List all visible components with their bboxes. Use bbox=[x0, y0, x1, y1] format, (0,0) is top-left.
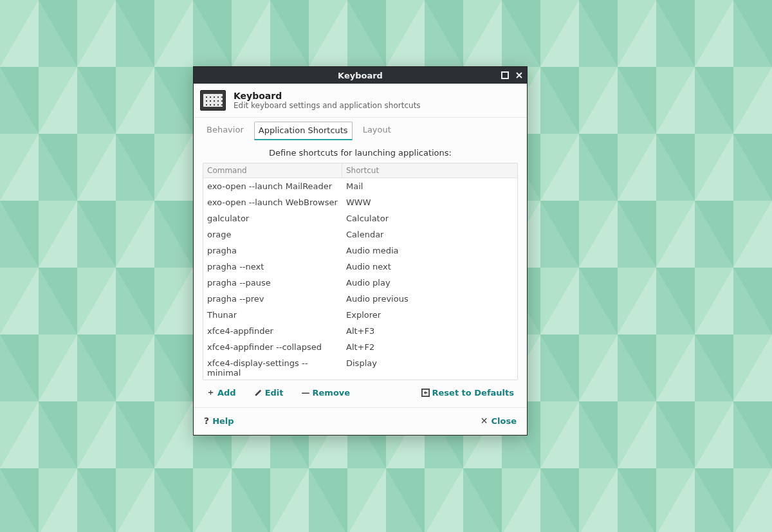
cell-command: pragha bbox=[203, 243, 342, 258]
add-button[interactable]: ＋ Add bbox=[207, 387, 236, 398]
table-row[interactable]: praghaAudio media bbox=[203, 243, 517, 259]
close-label: Close bbox=[492, 416, 517, 426]
cell-command: xfce4-appfinder bbox=[203, 324, 342, 338]
dialog-header: Keyboard Edit keyboard settings and appl… bbox=[194, 84, 527, 118]
cell-shortcut: Calendar bbox=[342, 227, 517, 242]
help-label: Help bbox=[212, 416, 234, 426]
cell-command: galculator bbox=[203, 211, 342, 226]
header-subtitle: Edit keyboard settings and application s… bbox=[234, 101, 421, 110]
keyboard-settings-window: Keyboard Keyboard Edit keyboard settings… bbox=[193, 66, 528, 436]
remove-button[interactable]: — Remove bbox=[302, 387, 351, 398]
table-row[interactable]: pragha --nextAudio next bbox=[203, 259, 517, 275]
plus-icon: ＋ bbox=[207, 387, 215, 398]
reset-label: Reset to Defaults bbox=[432, 388, 515, 398]
cell-command: pragha --pause bbox=[203, 275, 342, 290]
titlebar-controls bbox=[500, 67, 524, 84]
maximize-icon bbox=[501, 71, 509, 79]
table-row[interactable]: exo-open --launch WebBrowserWWW bbox=[203, 194, 517, 210]
table-row[interactable]: orageCalendar bbox=[203, 226, 517, 243]
tab-bar: Behavior Application Shortcuts Layout bbox=[194, 118, 527, 140]
cell-shortcut: Calculator bbox=[342, 211, 517, 226]
cell-shortcut: Audio next bbox=[342, 259, 517, 274]
cell-shortcut: WWW bbox=[342, 195, 517, 210]
cell-shortcut: Alt+F2 bbox=[342, 340, 517, 354]
header-title: Keyboard bbox=[234, 91, 421, 101]
column-header-command[interactable]: Command bbox=[203, 163, 342, 178]
table-row[interactable]: xfce4-appfinderAlt+F3 bbox=[203, 323, 517, 339]
x-icon: ✕ bbox=[481, 416, 488, 426]
close-dialog-button[interactable]: ✕ Close bbox=[481, 416, 517, 426]
table-row[interactable]: pragha --prevAudio previous bbox=[203, 291, 517, 307]
close-icon bbox=[515, 71, 523, 79]
cell-command: pragha --prev bbox=[203, 291, 342, 306]
table-actions: ＋ Add Edit — Remove Reset to Defaults bbox=[203, 380, 518, 402]
table-row[interactable]: exo-open --launch MailReaderMail bbox=[203, 178, 517, 194]
cell-command: exo-open --launch WebBrowser bbox=[203, 195, 342, 210]
cell-shortcut: Mail bbox=[342, 179, 517, 194]
table-header: Command Shortcut bbox=[203, 163, 517, 178]
close-button[interactable] bbox=[514, 70, 524, 80]
svg-rect-0 bbox=[502, 72, 508, 78]
table-body: exo-open --launch MailReaderMailexo-open… bbox=[203, 178, 517, 380]
instruction-text: Define shortcuts for launching applicati… bbox=[203, 148, 518, 163]
table-row[interactable]: ThunarExplorer bbox=[203, 307, 517, 323]
cell-command: xfce4-display-settings --minimal bbox=[203, 356, 342, 380]
dialog-footer: ? Help ✕ Close bbox=[194, 407, 527, 435]
cell-shortcut: Explorer bbox=[342, 307, 517, 322]
cell-shortcut: Audio previous bbox=[342, 291, 517, 306]
cell-shortcut: Display bbox=[342, 356, 517, 380]
tab-content: Define shortcuts for launching applicati… bbox=[194, 140, 527, 407]
minus-icon: — bbox=[302, 388, 310, 398]
add-label: Add bbox=[217, 388, 236, 398]
maximize-button[interactable] bbox=[500, 70, 510, 80]
header-text: Keyboard Edit keyboard settings and appl… bbox=[234, 91, 421, 110]
question-icon: ? bbox=[204, 416, 209, 426]
reset-defaults-button[interactable]: Reset to Defaults bbox=[421, 387, 515, 398]
shortcuts-table[interactable]: Command Shortcut exo-open --launch MailR… bbox=[203, 163, 518, 380]
edit-button[interactable]: Edit bbox=[254, 387, 284, 398]
window-titlebar[interactable]: Keyboard bbox=[194, 67, 527, 84]
column-header-shortcut[interactable]: Shortcut bbox=[342, 163, 517, 178]
cell-command: exo-open --launch MailReader bbox=[203, 179, 342, 194]
edit-label: Edit bbox=[265, 388, 284, 398]
keyboard-icon bbox=[200, 90, 226, 111]
table-row[interactable]: xfce4-display-settings --minimalDisplay bbox=[203, 355, 517, 380]
cell-command: Thunar bbox=[203, 307, 342, 322]
table-row[interactable]: galculatorCalculator bbox=[203, 210, 517, 226]
window-title: Keyboard bbox=[338, 71, 383, 80]
tab-application-shortcuts[interactable]: Application Shortcuts bbox=[254, 122, 353, 140]
pencil-icon bbox=[254, 389, 262, 397]
cell-command: xfce4-appfinder --collapsed bbox=[203, 340, 342, 354]
remove-label: Remove bbox=[313, 388, 351, 398]
tab-layout[interactable]: Layout bbox=[359, 122, 395, 140]
cell-shortcut: Alt+F3 bbox=[342, 324, 517, 338]
help-button[interactable]: ? Help bbox=[204, 416, 234, 426]
tab-behavior[interactable]: Behavior bbox=[203, 122, 248, 140]
table-row[interactable]: xfce4-appfinder --collapsedAlt+F2 bbox=[203, 339, 517, 355]
table-row[interactable]: pragha --pauseAudio play bbox=[203, 275, 517, 291]
reset-icon bbox=[421, 389, 430, 397]
cell-shortcut: Audio play bbox=[342, 275, 517, 290]
cell-shortcut: Audio media bbox=[342, 243, 517, 258]
cell-command: pragha --next bbox=[203, 259, 342, 274]
cell-command: orage bbox=[203, 227, 342, 242]
